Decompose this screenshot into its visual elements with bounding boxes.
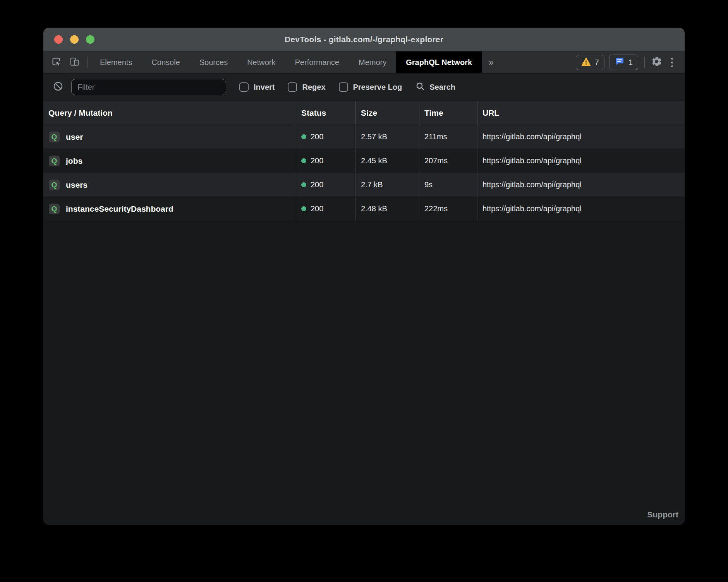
status-ok-dot	[301, 182, 306, 187]
graphql-network-panel: Query / Mutation Status Size Time URL Q …	[43, 101, 685, 525]
request-url: https://gitlab.com/api/graphql	[482, 204, 582, 213]
tab-sources[interactable]: Sources	[190, 51, 237, 73]
tab-elements[interactable]: Elements	[90, 51, 142, 73]
support-link[interactable]: Support	[647, 510, 678, 519]
filter-input[interactable]	[71, 79, 226, 95]
response-time: 222ms	[424, 204, 448, 213]
status-code: 200	[311, 132, 323, 141]
search-toggle[interactable]: Search	[415, 81, 455, 93]
tab-graphql-network[interactable]: GraphQL Network	[396, 51, 482, 73]
status-code: 200	[311, 156, 323, 165]
tab-performance[interactable]: Performance	[285, 51, 349, 73]
traffic-lights	[54, 35, 94, 44]
response-time: 9s	[424, 180, 433, 189]
request-url: https://gitlab.com/api/graphql	[482, 132, 582, 141]
table-row-user[interactable]: Q user 200 2.57 kB 211ms https://gitlab.…	[43, 125, 685, 149]
preserve-log-checkbox[interactable]: Preserve Log	[339, 82, 402, 92]
inspect-icon	[51, 56, 62, 68]
minimize-button[interactable]	[70, 35, 79, 44]
block-icon	[53, 81, 64, 93]
table-header-row: Query / Mutation Status Size Time URL	[43, 101, 685, 125]
search-icon	[415, 81, 425, 93]
gear-icon	[651, 56, 663, 69]
preserve-log-label: Preserve Log	[353, 83, 402, 92]
devtools-window: DevTools - gitlab.com/-/graphql-explorer	[43, 28, 685, 525]
column-header-query-mutation[interactable]: Query / Mutation	[43, 101, 296, 125]
tab-network[interactable]: Network	[237, 51, 285, 73]
search-label: Search	[429, 83, 455, 92]
checkbox-icon	[288, 82, 297, 92]
warnings-badge[interactable]: 7	[576, 55, 604, 70]
column-header-time[interactable]: Time	[419, 101, 477, 125]
response-time: 211ms	[424, 132, 447, 141]
warning-count: 7	[595, 58, 599, 67]
query-badge: Q	[49, 204, 60, 214]
status-code: 200	[311, 204, 323, 213]
panel-tabs: Elements Console Sources Network Perform…	[90, 51, 482, 73]
query-name: users	[66, 180, 88, 190]
column-header-size[interactable]: Size	[355, 101, 419, 125]
tab-memory[interactable]: Memory	[349, 51, 396, 73]
window-title: DevTools - gitlab.com/-/graphql-explorer	[43, 35, 685, 44]
query-badge: Q	[49, 156, 60, 166]
request-url: https://gitlab.com/api/graphql	[482, 156, 582, 165]
response-size: 2.45 kB	[361, 156, 387, 165]
query-name: jobs	[66, 156, 82, 166]
more-tabs-button[interactable]: »	[482, 51, 501, 73]
invert-checkbox[interactable]: Invert	[239, 82, 275, 92]
status-ok-dot	[301, 206, 306, 211]
response-size: 2.7 kB	[361, 180, 383, 189]
query-name: user	[66, 132, 83, 142]
table-row-users[interactable]: Q users 200 2.7 kB 9s https://gitlab.com…	[43, 173, 685, 197]
warning-icon	[581, 57, 591, 68]
left-toolbar	[43, 51, 85, 73]
checkbox-icon	[239, 82, 249, 92]
chevron-double-right-icon: »	[489, 57, 494, 68]
status-code: 200	[311, 180, 323, 189]
device-toolbar-icon	[69, 56, 80, 68]
filter-bar: Invert Regex Preserve Log Search	[43, 74, 685, 101]
tab-console[interactable]: Console	[142, 51, 189, 73]
query-name: instanceSecurityDashboard	[66, 204, 173, 214]
response-time: 207ms	[424, 156, 448, 165]
controls-divider	[644, 56, 645, 68]
regex-label: Regex	[302, 83, 325, 92]
messages-badge[interactable]: 1	[609, 55, 638, 70]
regex-checkbox[interactable]: Regex	[288, 82, 325, 92]
query-badge: Q	[49, 180, 60, 190]
clear-log-button[interactable]	[53, 81, 64, 93]
chat-bubble-icon	[615, 57, 625, 68]
inspect-element-button[interactable]	[51, 56, 62, 68]
response-size: 2.57 kB	[361, 132, 387, 141]
close-button[interactable]	[54, 35, 63, 44]
checkbox-icon	[339, 82, 348, 92]
menu-button[interactable]	[667, 55, 677, 70]
right-toolbar: 7 1	[576, 51, 685, 73]
invert-label: Invert	[254, 83, 275, 92]
table-row-jobs[interactable]: Q jobs 200 2.45 kB 207ms https://gitlab.…	[43, 149, 685, 173]
title-bar: DevTools - gitlab.com/-/graphql-explorer	[43, 28, 685, 51]
devtools-tab-bar: Elements Console Sources Network Perform…	[43, 51, 685, 74]
toolbar-divider	[88, 56, 88, 68]
settings-button[interactable]	[651, 56, 663, 69]
zoom-button[interactable]	[86, 35, 94, 44]
status-ok-dot	[301, 134, 306, 139]
kebab-menu-icon	[671, 58, 673, 67]
message-count: 1	[628, 58, 633, 67]
query-badge: Q	[49, 132, 60, 142]
device-toolbar-button[interactable]	[69, 56, 80, 68]
request-url: https://gitlab.com/api/graphql	[482, 180, 582, 189]
column-header-url[interactable]: URL	[477, 101, 685, 125]
table-row-instance-security-dashboard[interactable]: Q instanceSecurityDashboard 200 2.48 kB …	[43, 197, 685, 221]
column-header-status[interactable]: Status	[296, 101, 355, 125]
response-size: 2.48 kB	[361, 204, 387, 213]
status-ok-dot	[301, 158, 306, 163]
